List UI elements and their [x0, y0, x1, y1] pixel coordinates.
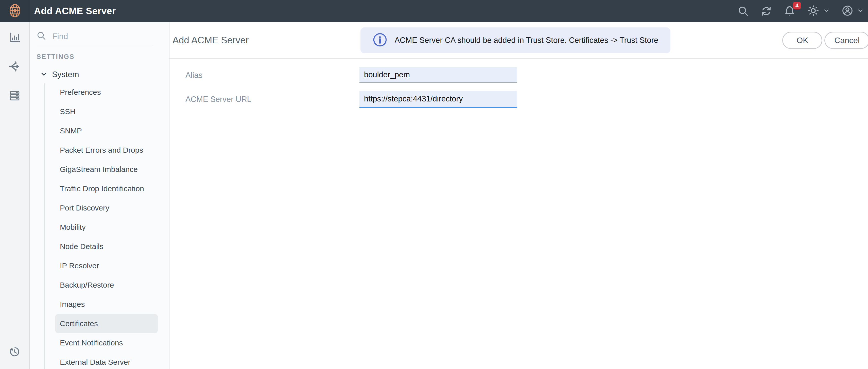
form-row-alias: Alias: [185, 67, 868, 83]
group-label: System: [52, 70, 79, 79]
alias-label: Alias: [185, 71, 360, 80]
indent-guide-line: [44, 83, 45, 369]
sidebar-item-node-details[interactable]: Node Details: [55, 237, 158, 256]
profile-menu[interactable]: [842, 5, 864, 18]
refresh-icon: [761, 5, 772, 17]
topbar-actions: 4: [738, 5, 868, 18]
form-row-acme-server-url: ACME Server URL: [185, 91, 868, 108]
window-title: Add ACME Server: [34, 6, 116, 17]
sun-icon: [807, 5, 819, 18]
sidebar-item-gigastream-imbalance[interactable]: GigaStream Imbalance: [55, 160, 158, 179]
sidebar-item-backup-restore[interactable]: Backup/Restore: [55, 275, 158, 295]
search-icon: [738, 6, 749, 17]
chevron-down-icon: [40, 70, 48, 79]
history-clock-icon: [8, 345, 21, 358]
inventory-nav-button[interactable]: [8, 89, 21, 102]
notifications-button[interactable]: 4: [784, 5, 796, 17]
search-button[interactable]: [738, 6, 749, 17]
sidebar-search-input[interactable]: [52, 32, 153, 41]
app-logo[interactable]: [0, 0, 30, 22]
banner-message: ACME Server CA should be added in Trust …: [395, 36, 658, 45]
acme-server-url-label: ACME Server URL: [185, 95, 360, 104]
history-nav-button[interactable]: [8, 345, 21, 358]
sidebar-item-ssh[interactable]: SSH: [55, 102, 158, 121]
dashboard-nav-button[interactable]: [8, 31, 21, 43]
sidebar-search: [36, 31, 153, 46]
sidebar-item-ip-resolver[interactable]: IP Resolver: [55, 256, 158, 275]
theme-menu[interactable]: [807, 5, 830, 18]
settings-section-label: SETTINGS: [36, 53, 169, 61]
sidebar-item-packet-errors-and-drops[interactable]: Packet Errors and Drops: [55, 141, 158, 160]
chevron-down-icon: [823, 7, 830, 15]
sidebar-item-images[interactable]: Images: [55, 295, 158, 314]
cancel-button[interactable]: Cancel: [825, 32, 868, 49]
sidebar-item-preferences[interactable]: Preferences: [55, 83, 158, 102]
sidebar-item-event-notifications[interactable]: Event Notifications: [55, 333, 158, 352]
search-icon: [36, 31, 46, 41]
page-actions: OK Cancel: [782, 32, 868, 49]
sidebar-item-certificates[interactable]: Certificates: [55, 314, 158, 333]
acme-server-form: Alias ACME Server URL: [169, 59, 868, 115]
refresh-button[interactable]: [761, 5, 772, 17]
sidebar-items: Preferences SSH SNMP Packet Errors and D…: [30, 83, 169, 369]
page-title: Add ACME Server: [173, 35, 249, 45]
server-stack-icon: [8, 89, 21, 102]
chevron-down-icon: [857, 7, 864, 15]
sidebar-group-system[interactable]: System: [40, 70, 169, 79]
sidebar-item-traffic-drop-identification[interactable]: Traffic Drop Identification: [55, 179, 158, 198]
settings-sidebar: SETTINGS System Preferences SSH SNMP Pac…: [30, 22, 169, 369]
sidebar-item-port-discovery[interactable]: Port Discovery: [55, 198, 158, 218]
info-icon: [373, 32, 387, 48]
ok-button[interactable]: OK: [782, 32, 823, 49]
alias-input[interactable]: [360, 67, 517, 83]
page-header: Add ACME Server ACME Server CA should be…: [169, 22, 868, 59]
split-arrows-icon: [8, 60, 21, 73]
user-icon: [842, 5, 853, 18]
bar-chart-icon: [8, 31, 21, 43]
globe-logo-icon: [8, 3, 22, 19]
main-content: Add ACME Server ACME Server CA should be…: [169, 22, 868, 369]
sidebar-item-snmp[interactable]: SNMP: [55, 121, 158, 141]
traffic-nav-button[interactable]: [8, 60, 21, 73]
top-header: Add ACME Server: [0, 0, 868, 22]
acme-server-url-input[interactable]: [360, 91, 517, 108]
sidebar-item-external-data-server[interactable]: External Data Server: [55, 352, 158, 369]
info-banner: ACME Server CA should be added in Trust …: [361, 27, 671, 53]
notification-badge: 4: [793, 2, 801, 9]
icon-rail: [0, 22, 30, 369]
sidebar-item-mobility[interactable]: Mobility: [55, 218, 158, 237]
